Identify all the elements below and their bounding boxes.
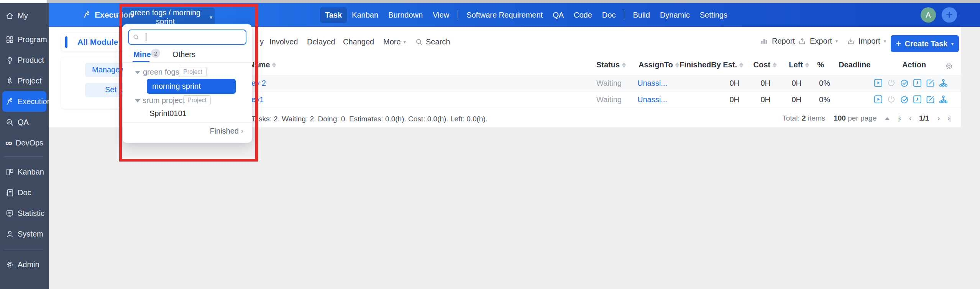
picker-search-input[interactable] [128, 29, 246, 45]
tree-project-srum-project[interactable]: srum project [143, 96, 185, 105]
picker-divider [123, 62, 252, 63]
per-page-caret-icon[interactable] [885, 117, 890, 120]
tree-collapse-icon[interactable] [135, 71, 140, 74]
last-page-button[interactable]: ›| [947, 114, 950, 122]
record-estimate-icon[interactable] [913, 78, 922, 88]
finished-link[interactable]: Finished › [210, 127, 243, 136]
sidebar-item-label: Execution [18, 97, 51, 106]
column-label: AssignTo [639, 60, 673, 69]
sidebar-item-label: Kanban [18, 168, 44, 176]
picker-tab-mine[interactable]: Mine [133, 50, 151, 59]
more-label: More [383, 38, 401, 46]
row-actions [873, 95, 948, 104]
sidebar-item-kanban[interactable]: Kanban [0, 162, 49, 182]
tree-collapse-icon[interactable] [135, 99, 140, 103]
column-header-action: Action [895, 60, 933, 69]
assignto-link[interactable]: Unassi... [637, 79, 667, 88]
column-header-status[interactable]: Status [596, 60, 626, 69]
sidebar-item-project[interactable]: Project [0, 70, 49, 91]
sort-icon[interactable] [272, 62, 276, 68]
sidebar-item-label: Product [18, 56, 44, 65]
table-settings-button[interactable] [944, 62, 954, 72]
record-estimate-icon[interactable] [913, 95, 922, 104]
import-label: Import [859, 37, 880, 46]
tab-kanban[interactable]: Kanban [347, 7, 383, 23]
import-button[interactable]: Import ▾ [847, 37, 886, 46]
total-items-label: items [808, 114, 825, 122]
finish-task-icon[interactable] [900, 95, 909, 104]
search-label: Search [426, 38, 450, 46]
per-page-count: 100 [834, 114, 846, 122]
breadcrumb-separator-icon: › [115, 9, 118, 19]
tree-sprint-sprint0101[interactable]: Sprint0101 [149, 109, 187, 118]
sidebar-item-my[interactable]: My [0, 5, 49, 26]
create-subtask-icon[interactable] [939, 78, 948, 88]
start-task-icon[interactable] [873, 95, 883, 104]
filter-tab-more[interactable]: More ▾ [383, 38, 406, 46]
column-label: % [817, 60, 824, 69]
tab-view[interactable]: View [428, 7, 454, 23]
first-page-button[interactable]: |‹ [898, 114, 901, 122]
next-page-button[interactable]: › [937, 114, 939, 122]
filter-tab-delayed[interactable]: Delayed [307, 38, 335, 46]
sidebar-item-product[interactable]: Product [0, 50, 49, 70]
finish-task-icon[interactable] [900, 78, 909, 88]
tab-qa[interactable]: QA [548, 7, 569, 23]
tab-task[interactable]: Task [320, 7, 347, 23]
tree-sprint-morning-sprint-selected[interactable]: morning sprint [147, 79, 236, 94]
sidebar-item-admin[interactable]: Admin [0, 254, 49, 275]
filter-tab-changed[interactable]: Changed [343, 38, 374, 46]
finished-label: Finished [210, 127, 239, 136]
create-subtask-icon[interactable] [939, 95, 948, 104]
sidebar-item-devops[interactable]: ∞ DevOps [0, 132, 49, 153]
sidebar-item-qa[interactable]: QA [0, 112, 49, 132]
sidebar-item-doc[interactable]: Doc [0, 182, 49, 203]
create-task-button[interactable]: + Create Task ▾ [891, 35, 959, 52]
column-header-deadline[interactable]: Deadline [839, 60, 870, 69]
column-header-name[interactable]: Name [249, 60, 276, 69]
global-add-button[interactable]: + [942, 7, 957, 23]
picker-tab-others[interactable]: Others [172, 50, 195, 59]
tab-doc[interactable]: Doc [597, 7, 621, 23]
sidebar-item-system[interactable]: System [0, 224, 49, 244]
report-button[interactable]: Report [760, 37, 795, 46]
app-sidebar: My Program Product Project Execution QA … [0, 3, 49, 289]
prev-page-button[interactable]: ‹ [909, 114, 911, 122]
column-header-percent[interactable]: % [778, 60, 824, 69]
start-task-icon[interactable] [873, 78, 883, 88]
status-text: Waiting [596, 79, 622, 88]
chevron-down-icon: ▾ [884, 38, 886, 44]
sidebar-item-label: Statistic [18, 209, 44, 218]
tab-code[interactable]: Code [569, 7, 597, 23]
sort-icon[interactable] [622, 62, 626, 68]
chevron-down-icon: ▾ [836, 38, 838, 44]
tab-settings[interactable]: Settings [695, 7, 732, 23]
user-avatar[interactable]: A [921, 7, 936, 23]
column-header-assignto[interactable]: AssignTo [639, 60, 679, 69]
sidebar-item-execution[interactable]: Execution [2, 91, 46, 112]
tab-software-requirement[interactable]: Software Requirement [461, 7, 548, 23]
chevron-right-icon: › [241, 127, 243, 135]
create-task-label: Create Task [905, 39, 948, 48]
sidebar-item-program[interactable]: Program [0, 29, 49, 50]
tab-dynamic[interactable]: Dynamic [655, 7, 695, 23]
tree-project-green-fogs[interactable]: green fogs [143, 68, 179, 77]
all-module-tab[interactable]: All Module [77, 38, 118, 47]
filter-tab-involved[interactable]: Involved [269, 38, 298, 46]
per-page-select[interactable]: 100 per page [834, 114, 877, 122]
edit-task-icon[interactable] [926, 78, 935, 88]
import-icon [847, 37, 855, 46]
search-toggle[interactable]: Search [415, 38, 450, 46]
chevron-down-icon: ▾ [951, 41, 954, 47]
sidebar-item-statistic[interactable]: Statistic [0, 203, 49, 224]
tab-burndown[interactable]: Burndown [383, 7, 428, 23]
assignto-link[interactable]: Unassi... [637, 95, 667, 104]
export-button[interactable]: Export ▾ [798, 37, 838, 46]
home-icon [5, 11, 14, 20]
edit-task-icon[interactable] [926, 95, 935, 104]
percent-value: 0% [784, 95, 830, 104]
grid-icon [5, 35, 14, 44]
kanban-icon [5, 168, 14, 176]
sort-icon[interactable] [675, 62, 679, 68]
tab-build[interactable]: Build [628, 7, 655, 23]
